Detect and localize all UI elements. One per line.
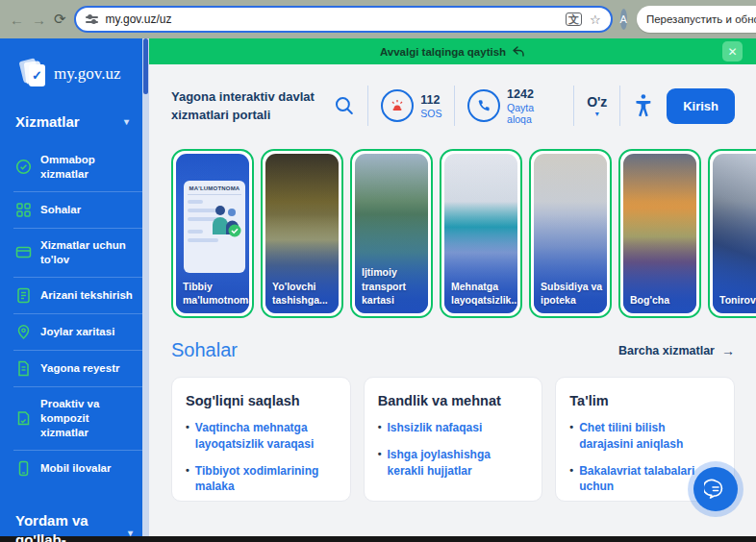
accessibility-icon[interactable] bbox=[633, 93, 654, 118]
callback-label: Qayta aloqa bbox=[507, 102, 561, 125]
sos-label: SOS bbox=[420, 108, 441, 119]
map-pin-icon bbox=[15, 324, 32, 340]
sidebar-item-joylar-xaritasi[interactable]: Joylar xaritasi bbox=[13, 314, 142, 351]
category-title: Sog'liqni saqlash bbox=[186, 393, 337, 408]
divider bbox=[619, 86, 620, 126]
sidebar-heading-yordam[interactable]: Yordam va qo'llab- quvvatlash ▾ bbox=[15, 511, 129, 542]
sidebar-item-sohalar[interactable]: Sohalar bbox=[13, 192, 142, 229]
sos-contact[interactable]: 112 SOS bbox=[381, 89, 441, 122]
divider bbox=[573, 86, 574, 126]
service-card-title: Subsidiya va ipoteka bbox=[541, 280, 603, 307]
service-card-tibbiy[interactable]: MA'LUMOTNOMA Tibbiy ma'lumotnoma bbox=[171, 149, 254, 318]
service-card-yolovchi[interactable]: Yo'lovchi tashishga... bbox=[261, 149, 343, 318]
reload-icon[interactable]: ⟳ bbox=[54, 11, 66, 28]
category-link[interactable]: •Chet tilini bilish darajasini aniqlash bbox=[569, 420, 720, 453]
divider bbox=[367, 86, 368, 126]
restart-update-label: Перезапустить и обновить bbox=[646, 13, 756, 25]
category-title: Ta'lim bbox=[569, 393, 720, 408]
banner-link[interactable]: Avvalgi talqinga qaytish bbox=[380, 46, 506, 58]
malumotnoma-illustration: MA'LUMOTNOMA bbox=[184, 181, 245, 273]
service-card-title: Bog'cha bbox=[630, 293, 693, 307]
sidebar-item-xizmatlar-tolov[interactable]: Xizmatlar uchun to'lov bbox=[13, 229, 142, 278]
main-content: Avvalgi talqinga qaytish ✕ Yagona intera… bbox=[149, 38, 756, 536]
callback-number: 1242 bbox=[507, 87, 561, 101]
restart-update-button[interactable]: Перезапустить и обновить ⋮ bbox=[637, 6, 756, 33]
chevron-down-icon: ▾ bbox=[587, 110, 607, 118]
site-settings-icon[interactable] bbox=[86, 16, 98, 23]
sidebar-item-proaktiv-xizmatlar[interactable]: Proaktiv va kompozit xizmatlar bbox=[13, 387, 142, 451]
chat-button[interactable] bbox=[688, 461, 743, 517]
search-icon[interactable] bbox=[334, 95, 355, 116]
document-list-icon bbox=[15, 287, 32, 304]
registry-file-icon bbox=[15, 360, 32, 377]
phone-icon bbox=[467, 89, 500, 122]
sidebar-item-mobil-ilovalar[interactable]: Mobil ilovalar bbox=[13, 451, 142, 486]
translate-icon[interactable]: 文 bbox=[566, 12, 582, 26]
service-card-title: Mehnatga layoqatsizlik... bbox=[451, 280, 514, 307]
login-button[interactable]: Kirish bbox=[667, 88, 735, 124]
profile-avatar[interactable]: A bbox=[620, 9, 627, 30]
grid-icon bbox=[15, 202, 32, 218]
service-card-bogcha[interactable]: Bog'cha bbox=[618, 149, 701, 318]
service-card-subsidiya[interactable]: Subsidiya va ipoteka bbox=[529, 149, 612, 318]
sidebar-menu: Ommabop xizmatlar Sohalar Xizmatlar uchu… bbox=[13, 143, 142, 486]
category-card-bandlik: Bandlik va mehnat •Ishsizlik nafaqasi •I… bbox=[364, 377, 543, 502]
doctors-illustration bbox=[210, 202, 242, 240]
language-selector[interactable]: O'z ▾ bbox=[587, 94, 607, 118]
payment-card-icon bbox=[15, 244, 32, 260]
back-icon[interactable]: ← bbox=[10, 12, 24, 28]
sidebar-item-ommabop-xizmatlar[interactable]: Ommabop xizmatlar bbox=[13, 143, 142, 192]
all-services-link[interactable]: Barcha xizmatlar → bbox=[618, 343, 735, 358]
bookmark-star-icon[interactable]: ☆ bbox=[590, 12, 601, 27]
section-title-sohalar: Sohalar bbox=[171, 339, 238, 361]
sidebar: ✓ my.gov.uz Xizmatlar ▾ Ommabop xizmatla… bbox=[0, 38, 142, 536]
scrollbar-thumb[interactable] bbox=[143, 38, 148, 94]
services-carousel: MA'LUMOTNOMA Tibbiy ma'lumotnoma Yo'lovc… bbox=[171, 149, 756, 318]
category-link[interactable]: •Tibbiyot xodimlarining malaka bbox=[186, 463, 337, 496]
service-card-mehnatga[interactable]: Mehnatga layoqatsizlik... bbox=[440, 149, 522, 318]
chat-bubble-icon bbox=[693, 467, 738, 511]
portal-header: Yagona interaktiv davlat xizmatlari port… bbox=[149, 64, 756, 126]
service-card-title: Yo'lovchi tashishga... bbox=[272, 280, 335, 307]
category-link[interactable]: •Ishsizlik nafaqasi bbox=[378, 420, 529, 436]
arrow-right-icon: → bbox=[721, 343, 735, 358]
sos-number: 112 bbox=[420, 93, 441, 107]
category-title: Bandlik va mehnat bbox=[378, 393, 529, 408]
divider bbox=[454, 86, 455, 126]
page-title: Yagona interaktiv davlat xizmatlari port… bbox=[171, 87, 334, 125]
callback-contact[interactable]: 1242 Qayta aloqa bbox=[467, 87, 561, 125]
version-banner: Avvalgi talqinga qaytish ✕ bbox=[149, 38, 756, 64]
category-link[interactable]: •Vaqtincha mehnatga layoqatsizlik varaqa… bbox=[186, 420, 337, 453]
category-card-sogliqni-saqlash: Sog'liqni saqlash •Vaqtincha mehnatga la… bbox=[171, 377, 351, 502]
close-icon[interactable]: ✕ bbox=[722, 41, 743, 62]
sidebar-scrollbar[interactable] bbox=[142, 38, 149, 536]
service-card-tonirovka[interactable]: Tonirovka... bbox=[708, 149, 756, 318]
badge-check-icon bbox=[15, 159, 32, 175]
chevron-down-icon: ▾ bbox=[128, 527, 133, 540]
sohalar-cards: Sog'liqni saqlash •Vaqtincha mehnatga la… bbox=[171, 377, 735, 502]
reply-arrow-icon bbox=[512, 46, 525, 58]
service-card-title: Tibbiy ma'lumotnoma bbox=[183, 280, 245, 307]
service-card-title: Tonirovka... bbox=[719, 293, 756, 307]
sidebar-item-yagona-reyestr[interactable]: Yagona reyestr bbox=[13, 351, 142, 387]
sidebar-heading-xizmatlar[interactable]: Xizmatlar ▾ bbox=[15, 113, 142, 130]
siren-icon bbox=[381, 89, 414, 122]
chevron-down-icon: ▾ bbox=[124, 116, 129, 127]
category-link[interactable]: •Ishga joylashishga kerakli hujjatlar bbox=[378, 447, 529, 480]
service-card-transport[interactable]: Ijtimoiy transport kartasi bbox=[350, 149, 433, 318]
language-code: O'z bbox=[587, 94, 607, 110]
logo-cards-icon: ✓ bbox=[21, 60, 46, 88]
logo[interactable]: ✓ my.gov.uz bbox=[21, 60, 142, 88]
service-card-title: Ijtimoiy transport kartasi bbox=[362, 265, 424, 307]
logo-text: my.gov.uz bbox=[54, 64, 121, 84]
file-check-icon bbox=[15, 410, 32, 427]
browser-toolbar: ← → ⟳ my.gov.uz/uz 文 ☆ A Перезапустить и… bbox=[0, 0, 756, 38]
smartphone-icon bbox=[15, 460, 32, 477]
forward-icon[interactable]: → bbox=[32, 12, 46, 28]
address-bar[interactable]: my.gov.uz/uz 文 ☆ bbox=[74, 6, 613, 33]
sidebar-item-arizani-tekshirish[interactable]: Arizani tekshirish bbox=[13, 278, 142, 314]
url-text[interactable]: my.gov.uz/uz bbox=[106, 12, 558, 26]
